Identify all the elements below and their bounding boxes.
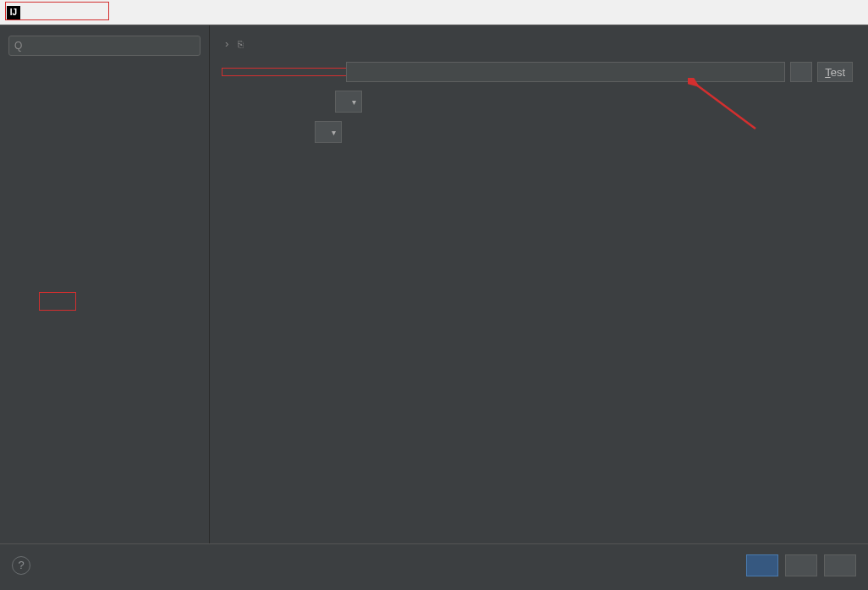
project-icon: ⎘ <box>238 39 244 49</box>
cancel-button[interactable] <box>785 554 817 576</box>
browse-button[interactable] <box>790 62 812 82</box>
git-path-input[interactable] <box>346 62 785 82</box>
ok-button[interactable] <box>746 554 778 576</box>
annotation-box-path <box>222 68 347 76</box>
ssh-row <box>222 91 853 113</box>
breadcrumb: › ⎘ <box>222 37 853 50</box>
content-panel: › ⎘ Test <box>210 25 868 543</box>
update-select[interactable] <box>315 121 342 143</box>
help-button[interactable]: ? <box>12 556 30 575</box>
sidebar: Q <box>0 25 210 543</box>
titlebar: IJ <box>0 0 868 25</box>
main-area: Q › ⎘ Test <box>0 25 868 543</box>
footer: ? <box>0 543 868 586</box>
app-icon: IJ <box>7 6 20 19</box>
search-input[interactable]: Q <box>8 36 201 56</box>
ssh-select[interactable] <box>335 91 362 113</box>
apply-button[interactable] <box>824 554 856 576</box>
test-button[interactable]: Test <box>817 62 853 82</box>
path-row: Test <box>222 62 853 82</box>
update-row <box>222 121 853 143</box>
search-icon: Q <box>14 40 22 52</box>
